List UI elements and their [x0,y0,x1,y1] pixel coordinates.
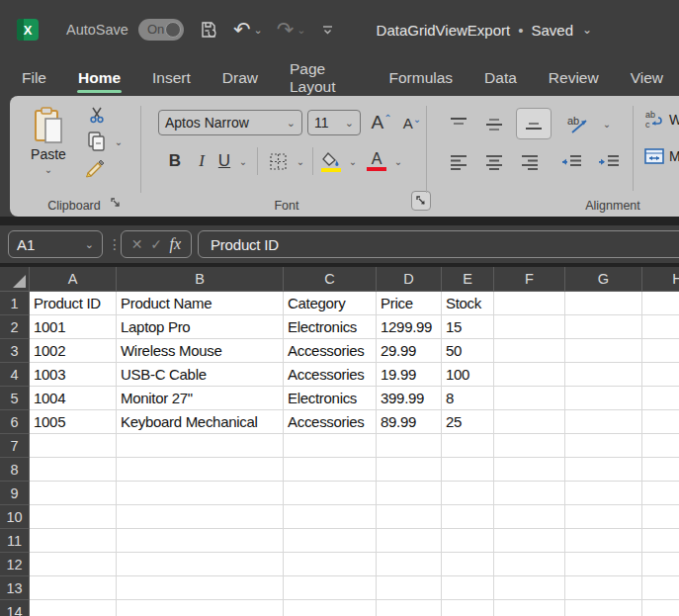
cell-D3[interactable]: 29.99 [377,339,442,363]
fill-color-chevron-icon[interactable]: ⌄ [347,155,359,167]
font-color-chevron-icon[interactable]: ⌄ [392,155,404,167]
bold-button[interactable]: B [164,149,186,173]
row-header-4[interactable]: 4 [0,363,30,387]
cell-D10[interactable] [377,505,442,529]
cell-C7[interactable] [284,434,377,458]
cell-F9[interactable] [494,482,565,505]
cell-A11[interactable] [30,529,117,553]
borders-chevron-icon[interactable]: ⌄ [295,155,306,167]
cell-C10[interactable] [284,505,377,529]
font-name-combo[interactable]: Aptos Narrow ⌄ [158,110,302,135]
cell-F5[interactable] [494,387,565,410]
align-right-button[interactable] [516,149,544,175]
copy-button[interactable] [83,130,109,153]
cell-B9[interactable] [117,482,284,505]
redo-chevron-icon[interactable]: ⌄ [297,24,305,37]
cell-A3[interactable]: 1002 [30,339,117,363]
format-painter-button[interactable] [83,157,109,181]
increase-font-size-button[interactable]: A⌃ [368,110,395,135]
cut-button[interactable] [85,104,109,126]
cell-C12[interactable] [284,553,377,576]
select-all-corner[interactable] [0,267,30,292]
cell-F3[interactable] [494,339,565,363]
borders-button[interactable] [265,149,291,173]
column-header-C[interactable]: C [284,267,377,292]
excel-app-icon[interactable]: X [17,19,39,41]
cell-C11[interactable] [284,529,377,553]
cell-G7[interactable] [565,434,642,458]
cell-F6[interactable] [494,410,565,434]
cell-D5[interactable]: 399.99 [377,387,442,410]
font-color-button[interactable]: A [364,147,389,175]
cell-E12[interactable] [442,553,494,576]
underline-chevron-icon[interactable]: ⌄ [237,155,249,167]
undo-button[interactable]: ↶ ⌄ [233,20,263,40]
paste-label[interactable]: Paste [26,145,71,163]
autosave-toggle[interactable]: On [138,19,184,41]
save-icon[interactable] [198,19,219,41]
cell-H2[interactable] [642,315,679,339]
cell-A7[interactable] [30,434,117,458]
font-size-combo[interactable]: 11 ⌄ [307,110,361,135]
cell-B1[interactable]: Product Name [117,292,284,315]
cell-F12[interactable] [494,553,565,576]
cell-E6[interactable]: 25 [442,410,494,434]
cell-A4[interactable]: 1003 [30,363,117,387]
cell-G14[interactable] [565,600,642,616]
redo-button[interactable]: ↷ ⌄ [277,20,306,40]
row-header-2[interactable]: 2 [0,315,30,339]
cell-D12[interactable] [377,553,442,576]
cell-H1[interactable] [642,292,679,315]
cell-A5[interactable]: 1004 [30,387,117,410]
cell-G8[interactable] [565,458,642,482]
cell-A8[interactable] [30,458,117,482]
paste-chevron-icon[interactable]: ⌄ [42,163,55,175]
cell-F1[interactable] [494,292,565,315]
cell-F4[interactable] [494,363,565,387]
row-header-14[interactable]: 14 [0,600,30,616]
cell-E14[interactable] [442,600,494,616]
cell-E13[interactable] [442,576,494,600]
cell-C4[interactable]: Accessories [284,363,377,387]
cell-C13[interactable] [284,576,377,600]
formula-input[interactable]: Product ID [198,230,679,258]
bottom-align-button[interactable] [516,108,552,139]
name-box[interactable]: A1 ⌄ [8,230,103,258]
wrap-text-button[interactable]: ab c Wrap [644,110,679,130]
cell-D1[interactable]: Price [377,292,442,315]
cell-E5[interactable]: 8 [442,387,494,410]
cell-G5[interactable] [565,387,642,410]
row-header-12[interactable]: 12 [0,553,30,576]
row-header-13[interactable]: 13 [0,576,30,600]
row-header-8[interactable]: 8 [0,458,30,482]
cell-C5[interactable]: Electronics [284,387,377,410]
cell-E8[interactable] [442,458,494,482]
cell-H10[interactable] [642,505,679,529]
enter-icon[interactable]: ✓ [150,236,162,252]
cell-C9[interactable] [284,482,377,505]
cell-H13[interactable] [642,576,679,600]
align-left-button[interactable] [445,149,472,175]
cell-D9[interactable] [377,482,442,505]
row-header-3[interactable]: 3 [0,339,30,363]
row-header-7[interactable]: 7 [0,434,30,458]
row-header-11[interactable]: 11 [0,529,30,553]
row-header-5[interactable]: 5 [0,387,30,410]
cell-G10[interactable] [565,505,642,529]
cell-C8[interactable] [284,458,377,482]
cell-F11[interactable] [494,529,565,553]
cell-G11[interactable] [565,529,642,553]
cell-D8[interactable] [377,458,442,482]
cell-B10[interactable] [117,505,284,529]
cell-E2[interactable]: 15 [442,315,494,339]
fill-color-button[interactable] [318,147,344,175]
row-header-10[interactable]: 10 [0,505,30,529]
column-header-A[interactable]: A [30,267,117,292]
cell-E7[interactable] [442,434,494,458]
cell-D11[interactable] [377,529,442,553]
clipboard-dialog-launcher-icon[interactable] [109,196,123,210]
cell-D6[interactable]: 89.99 [377,410,442,434]
cell-F14[interactable] [494,600,565,616]
cell-D13[interactable] [377,576,442,600]
cell-H3[interactable] [642,339,679,363]
